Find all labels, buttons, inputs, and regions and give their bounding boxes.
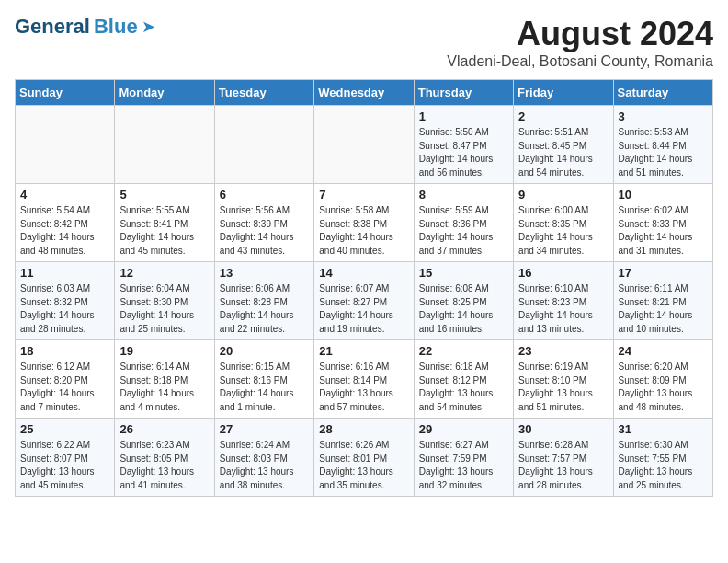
- day-detail: Sunrise: 6:03 AM Sunset: 8:32 PM Dayligh…: [20, 282, 109, 336]
- calendar-cell: 11Sunrise: 6:03 AM Sunset: 8:32 PM Dayli…: [16, 262, 115, 340]
- day-detail: Sunrise: 6:12 AM Sunset: 8:20 PM Dayligh…: [20, 361, 109, 414]
- day-number: 20: [220, 344, 309, 358]
- calendar-cell: 20Sunrise: 6:15 AM Sunset: 8:16 PM Dayli…: [214, 340, 313, 419]
- calendar-week-3: 11Sunrise: 6:03 AM Sunset: 8:32 PM Dayli…: [16, 262, 713, 340]
- day-number: 11: [20, 266, 109, 280]
- day-number: 7: [319, 188, 408, 201]
- day-number: 31: [619, 422, 708, 436]
- day-detail: Sunrise: 6:00 AM Sunset: 8:35 PM Dayligh…: [518, 204, 608, 258]
- day-number: 5: [119, 188, 209, 201]
- day-number: 16: [518, 266, 608, 280]
- day-number: 1: [419, 109, 508, 123]
- day-detail: Sunrise: 5:50 AM Sunset: 8:47 PM Dayligh…: [419, 126, 508, 179]
- day-detail: Sunrise: 6:15 AM Sunset: 8:16 PM Dayligh…: [220, 361, 309, 414]
- day-detail: Sunrise: 5:56 AM Sunset: 8:39 PM Dayligh…: [220, 204, 309, 258]
- calendar-cell: 5Sunrise: 5:55 AM Sunset: 8:41 PM Daylig…: [115, 184, 214, 262]
- logo-blue: Blue: [94, 15, 138, 39]
- day-detail: Sunrise: 6:23 AM Sunset: 8:05 PM Dayligh…: [119, 439, 209, 492]
- day-number: 3: [619, 109, 708, 123]
- day-number: 4: [20, 188, 109, 201]
- weekday-header-sunday: Sunday: [16, 80, 115, 106]
- calendar-cell: [314, 106, 414, 184]
- calendar-cell: 14Sunrise: 6:07 AM Sunset: 8:27 PM Dayli…: [314, 262, 414, 340]
- calendar-cell: 1Sunrise: 5:50 AM Sunset: 8:47 PM Daylig…: [414, 106, 513, 184]
- day-detail: Sunrise: 5:54 AM Sunset: 8:42 PM Dayligh…: [20, 204, 109, 258]
- calendar-cell: 4Sunrise: 5:54 AM Sunset: 8:42 PM Daylig…: [16, 184, 115, 262]
- day-detail: Sunrise: 5:59 AM Sunset: 8:36 PM Dayligh…: [419, 204, 508, 258]
- day-detail: Sunrise: 6:19 AM Sunset: 8:10 PM Dayligh…: [518, 361, 608, 414]
- calendar-cell: 27Sunrise: 6:24 AM Sunset: 8:03 PM Dayli…: [214, 419, 313, 497]
- day-detail: Sunrise: 6:16 AM Sunset: 8:14 PM Dayligh…: [319, 361, 408, 414]
- calendar-cell: 25Sunrise: 6:22 AM Sunset: 8:07 PM Dayli…: [16, 419, 115, 497]
- day-detail: Sunrise: 6:11 AM Sunset: 8:21 PM Dayligh…: [619, 282, 708, 336]
- day-detail: Sunrise: 6:14 AM Sunset: 8:18 PM Dayligh…: [119, 361, 209, 414]
- day-detail: Sunrise: 6:07 AM Sunset: 8:27 PM Dayligh…: [319, 282, 408, 336]
- day-detail: Sunrise: 5:58 AM Sunset: 8:38 PM Dayligh…: [319, 204, 408, 258]
- weekday-header-saturday: Saturday: [613, 80, 712, 106]
- day-detail: Sunrise: 6:26 AM Sunset: 8:01 PM Dayligh…: [319, 439, 408, 492]
- title-area: August 2024 Vladeni-Deal, Botosani Count…: [447, 15, 713, 70]
- calendar-cell: [16, 106, 115, 184]
- day-detail: Sunrise: 6:30 AM Sunset: 7:55 PM Dayligh…: [619, 439, 708, 492]
- calendar-cell: 21Sunrise: 6:16 AM Sunset: 8:14 PM Dayli…: [314, 340, 414, 419]
- calendar-cell: 31Sunrise: 6:30 AM Sunset: 7:55 PM Dayli…: [613, 419, 712, 497]
- calendar-cell: 22Sunrise: 6:18 AM Sunset: 8:12 PM Dayli…: [414, 340, 513, 419]
- day-number: 30: [518, 422, 608, 436]
- calendar-cell: 9Sunrise: 6:00 AM Sunset: 8:35 PM Daylig…: [514, 184, 613, 262]
- calendar-cell: 17Sunrise: 6:11 AM Sunset: 8:21 PM Dayli…: [613, 262, 712, 340]
- calendar-week-5: 25Sunrise: 6:22 AM Sunset: 8:07 PM Dayli…: [16, 419, 713, 497]
- page-header: General Blue ➤ August 2024 Vladeni-Deal,…: [15, 15, 713, 70]
- day-number: 22: [419, 344, 508, 358]
- day-number: 13: [220, 266, 309, 280]
- weekday-header-tuesday: Tuesday: [214, 80, 313, 106]
- day-detail: Sunrise: 6:06 AM Sunset: 8:28 PM Dayligh…: [220, 282, 309, 336]
- calendar-cell: 26Sunrise: 6:23 AM Sunset: 8:05 PM Dayli…: [115, 419, 214, 497]
- day-detail: Sunrise: 6:28 AM Sunset: 7:57 PM Dayligh…: [518, 439, 608, 492]
- day-detail: Sunrise: 6:10 AM Sunset: 8:23 PM Dayligh…: [518, 282, 608, 336]
- calendar-week-2: 4Sunrise: 5:54 AM Sunset: 8:42 PM Daylig…: [16, 184, 713, 262]
- day-detail: Sunrise: 5:51 AM Sunset: 8:45 PM Dayligh…: [518, 126, 608, 179]
- day-number: 2: [518, 109, 608, 123]
- logo-bird-icon: ➤: [142, 17, 155, 37]
- calendar-header: SundayMondayTuesdayWednesdayThursdayFrid…: [16, 80, 713, 106]
- calendar-cell: 19Sunrise: 6:14 AM Sunset: 8:18 PM Dayli…: [115, 340, 214, 419]
- calendar-table: SundayMondayTuesdayWednesdayThursdayFrid…: [15, 79, 713, 497]
- day-number: 8: [419, 188, 508, 201]
- calendar-cell: 6Sunrise: 5:56 AM Sunset: 8:39 PM Daylig…: [214, 184, 313, 262]
- calendar-cell: 7Sunrise: 5:58 AM Sunset: 8:38 PM Daylig…: [314, 184, 414, 262]
- day-number: 24: [619, 344, 708, 358]
- day-number: 21: [319, 344, 408, 358]
- day-number: 29: [419, 422, 508, 436]
- logo: General Blue ➤: [15, 15, 155, 39]
- calendar-cell: 13Sunrise: 6:06 AM Sunset: 8:28 PM Dayli…: [214, 262, 313, 340]
- day-number: 25: [20, 422, 109, 436]
- day-detail: Sunrise: 6:08 AM Sunset: 8:25 PM Dayligh…: [419, 282, 508, 336]
- day-detail: Sunrise: 6:18 AM Sunset: 8:12 PM Dayligh…: [419, 361, 508, 414]
- calendar-cell: 28Sunrise: 6:26 AM Sunset: 8:01 PM Dayli…: [314, 419, 414, 497]
- day-detail: Sunrise: 6:04 AM Sunset: 8:30 PM Dayligh…: [119, 282, 209, 336]
- day-number: 19: [119, 344, 209, 358]
- calendar-cell: 12Sunrise: 6:04 AM Sunset: 8:30 PM Dayli…: [115, 262, 214, 340]
- day-number: 26: [119, 422, 209, 436]
- day-number: 15: [419, 266, 508, 280]
- day-detail: Sunrise: 6:27 AM Sunset: 7:59 PM Dayligh…: [419, 439, 508, 492]
- day-number: 12: [119, 266, 209, 280]
- day-detail: Sunrise: 5:55 AM Sunset: 8:41 PM Dayligh…: [119, 204, 209, 258]
- day-number: 27: [220, 422, 309, 436]
- calendar-cell: 23Sunrise: 6:19 AM Sunset: 8:10 PM Dayli…: [514, 340, 613, 419]
- weekday-header-monday: Monday: [115, 80, 214, 106]
- calendar-cell: 2Sunrise: 5:51 AM Sunset: 8:45 PM Daylig…: [514, 106, 613, 184]
- calendar-cell: 16Sunrise: 6:10 AM Sunset: 8:23 PM Dayli…: [514, 262, 613, 340]
- day-detail: Sunrise: 6:24 AM Sunset: 8:03 PM Dayligh…: [220, 439, 309, 492]
- calendar-week-4: 18Sunrise: 6:12 AM Sunset: 8:20 PM Dayli…: [16, 340, 713, 419]
- day-detail: Sunrise: 6:20 AM Sunset: 8:09 PM Dayligh…: [619, 361, 708, 414]
- month-year: August 2024: [447, 15, 713, 53]
- day-number: 18: [20, 344, 109, 358]
- day-number: 28: [319, 422, 408, 436]
- calendar-cell: [214, 106, 313, 184]
- calendar-cell: 3Sunrise: 5:53 AM Sunset: 8:44 PM Daylig…: [613, 106, 712, 184]
- calendar-cell: 29Sunrise: 6:27 AM Sunset: 7:59 PM Dayli…: [414, 419, 513, 497]
- calendar-cell: 10Sunrise: 6:02 AM Sunset: 8:33 PM Dayli…: [613, 184, 712, 262]
- calendar-cell: [115, 106, 214, 184]
- day-number: 9: [518, 188, 608, 201]
